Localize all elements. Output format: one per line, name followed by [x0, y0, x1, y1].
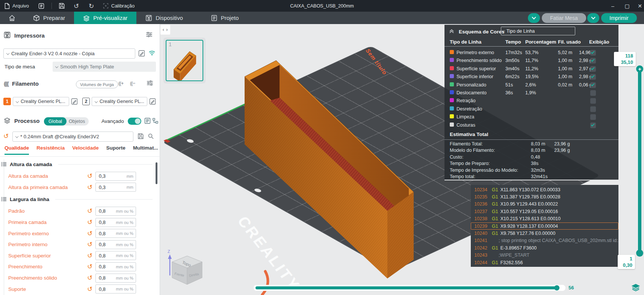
gcode-line[interactable]: 10235 G1 X11.387 Y129.785 E0.00028 — [471, 193, 618, 200]
tab-projeto[interactable]: Projeto — [202, 12, 248, 24]
slice-dropdown-button[interactable] — [528, 13, 540, 23]
gcode-line[interactable]: 10238 G1 X10.215 Y128.613 E0.00010 — [471, 215, 618, 222]
filament-settings-icon[interactable] — [147, 80, 153, 86]
preset-list-icon[interactable] — [144, 118, 151, 124]
visibility-checkbox[interactable] — [590, 50, 596, 56]
visibility-checkbox[interactable] — [590, 114, 596, 120]
visibility-checkbox[interactable] — [590, 106, 596, 112]
filament-2-edit-icon[interactable] — [149, 98, 156, 105]
reset-icon[interactable]: ↺ — [87, 230, 92, 237]
layer-slider-track[interactable] — [638, 68, 641, 253]
tab-pre-visualizar[interactable]: Pré-visualizar — [74, 12, 136, 24]
preset-reset-icon[interactable]: ↺ — [3, 133, 9, 139]
parameter-input[interactable]: 0,8 mm ou % — [95, 262, 136, 271]
gcode-line[interactable]: 10234 G1 X11.863 Y130.072 E0.00033 — [471, 186, 618, 193]
parameter-input[interactable]: 0,8 mm ou % — [95, 218, 136, 227]
step-slider[interactable] — [254, 285, 565, 291]
scope-global[interactable]: Global — [44, 117, 67, 126]
parameter-input[interactable]: 0,8 mm ou % — [95, 274, 136, 283]
orientation-gizmo[interactable]: Z Topo Frente Direita — [165, 248, 210, 293]
slice-button[interactable]: Fatiar Mesa — [542, 13, 586, 23]
parameter-input[interactable]: 0,8 mm ou % — [95, 251, 136, 260]
preset-select[interactable]: * 0.24mm Draft @Creality Ender3V2 — [12, 132, 133, 142]
gcode-line[interactable]: 10241 ; stop printing object CAIXA_CABOS… — [471, 237, 618, 244]
advanced-toggle[interactable] — [128, 118, 141, 125]
visibility-checkbox[interactable] — [590, 82, 596, 88]
close-button[interactable]: ✕ — [633, 0, 644, 12]
step-slider-handle[interactable] — [554, 285, 559, 290]
print-dropdown-button[interactable] — [587, 13, 599, 23]
parameter-input[interactable]: 0,8 mm ou % — [95, 229, 136, 238]
search-icon[interactable] — [148, 133, 154, 139]
collapse-up-icon[interactable] — [449, 28, 454, 35]
scope-objects[interactable]: Objetos — [67, 119, 89, 124]
gcode-line[interactable]: 10239 G1 X9.928 Y128.137 E0.00004 — [471, 222, 618, 230]
visibility-checkbox[interactable] — [590, 74, 596, 80]
reset-icon[interactable]: ↺ — [87, 253, 92, 259]
gcode-line[interactable]: 10242 G1 E-3.89657 F3600 — [471, 244, 618, 251]
maximize-button[interactable]: ▢ — [621, 0, 633, 12]
scheme-mode-select[interactable]: Tipo de Linha — [501, 27, 575, 35]
object-structure-icon[interactable] — [152, 118, 159, 124]
filament-1-select[interactable]: Creality Generic PL... — [13, 97, 69, 106]
line-type-row[interactable]: Personalizado 51s 2,6% 0,02 m 0,06 g — [444, 81, 618, 89]
gcode-panel[interactable]: 10234 G1 X11.863 Y130.072 E0.00033 10235… — [471, 185, 618, 267]
reset-icon[interactable]: ↺ — [87, 208, 92, 214]
plate-type-select[interactable]: Smooth High Temp Plate — [53, 62, 156, 72]
gcode-line[interactable]: 10243 ;WIPE_START — [471, 252, 618, 259]
process-tab[interactable]: Suporte — [106, 145, 125, 155]
wifi-icon[interactable] — [148, 50, 156, 56]
line-type-row[interactable]: Preenchimento sólido 3m50s 11,7% 1,00 m … — [444, 57, 618, 65]
layer-slider-bottom-handle[interactable] — [636, 250, 643, 257]
gcode-line[interactable]: 10237 G1 X10.557 Y129.05 E0.00016 — [471, 208, 618, 215]
scope-toggle[interactable]: Global Objetos — [44, 117, 89, 126]
filament-1-edit-icon[interactable] — [71, 98, 78, 105]
tab-preparar[interactable]: Preparar — [24, 12, 74, 24]
reset-icon[interactable]: ↺ — [87, 184, 92, 191]
reset-icon[interactable]: ↺ — [87, 173, 92, 179]
home-button[interactable] — [5, 12, 20, 24]
line-type-row[interactable]: Desretração — [444, 105, 618, 113]
reset-icon[interactable]: ↺ — [87, 263, 92, 270]
printer-select[interactable]: Creality Ender-3 V2 0.4 nozzle - Cópia — [3, 48, 135, 59]
filament-2-select[interactable]: Creality Generic PL... — [92, 97, 147, 106]
line-type-row[interactable]: Retração — [444, 97, 618, 105]
minimize-button[interactable]: – — [606, 0, 619, 12]
line-type-row[interactable]: Superfície superior 3m40s 11,2% 1,00 m 2… — [444, 65, 618, 73]
process-tab[interactable]: Resistência — [36, 145, 65, 155]
visibility-checkbox[interactable] — [590, 66, 596, 72]
parameter-input[interactable]: 0,3 mm — [95, 183, 136, 192]
preset-save-icon[interactable] — [138, 133, 144, 139]
line-type-row[interactable]: Costuras — [444, 121, 618, 129]
collapse-panel-button[interactable]: ‹ › — [160, 25, 170, 35]
reset-icon[interactable]: ↺ — [87, 219, 92, 225]
layers-icon[interactable] — [631, 283, 640, 293]
layer-slider-top-handle[interactable]: + — [636, 65, 643, 73]
tab-dispositivo[interactable]: Dispositivo — [136, 12, 192, 24]
line-type-row[interactable]: Limpeza — [444, 113, 618, 121]
add-filament-icon[interactable]: ((+ — [118, 80, 123, 86]
parameter-input[interactable]: 0,8 mm ou % — [95, 207, 136, 216]
parameter-input[interactable]: 0,3 mm — [95, 172, 136, 181]
gcode-line[interactable]: 10236 G1 X10.95 Y129.443 E0.00022 — [471, 201, 618, 208]
parameter-input[interactable]: 0,8 mm ou % — [95, 240, 136, 249]
viewport-3d[interactable]: CREALITY Sem título — [160, 24, 644, 295]
line-type-row[interactable]: Perímetro externo 17m32s 53,7% 5,02 m 14… — [444, 49, 618, 57]
visibility-checkbox[interactable] — [590, 58, 596, 64]
purge-volumes-button[interactable]: Volumes de Purga — [76, 80, 118, 88]
process-tab[interactable]: Velocidade — [72, 145, 99, 155]
visibility-checkbox[interactable] — [590, 98, 596, 104]
gcode-line[interactable]: 10244 G1 F3262.556 — [471, 259, 618, 266]
printer-settings-icon[interactable] — [146, 32, 153, 38]
parameter-input[interactable]: 0,8 mm ou % — [95, 284, 136, 293]
visibility-checkbox[interactable] — [590, 123, 596, 128]
reset-icon[interactable]: ↺ — [87, 241, 92, 248]
gcode-line[interactable]: 10240 G1 X9.758 Y127.76 E0.00000 — [471, 230, 618, 237]
sidebar-scrollbar[interactable] — [156, 162, 157, 184]
line-type-row[interactable]: Deslocamento 36s 1,9% — [444, 89, 618, 97]
printer-edit-icon[interactable] — [138, 50, 145, 57]
process-tab[interactable]: Qualidade — [5, 145, 29, 155]
reset-icon[interactable]: ↺ — [87, 286, 92, 292]
visibility-checkbox[interactable] — [590, 90, 596, 96]
reset-icon[interactable]: ↺ — [87, 275, 92, 281]
